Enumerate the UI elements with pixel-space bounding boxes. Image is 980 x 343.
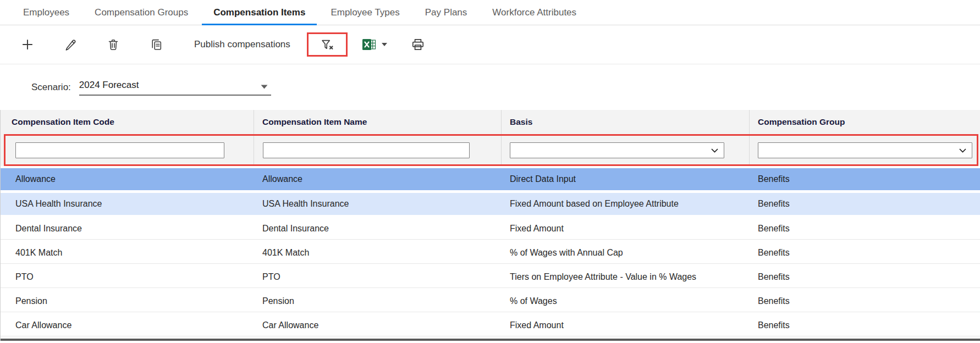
cell-compensation-group: Benefits [750, 248, 980, 258]
scenario-label: Scenario: [31, 82, 71, 93]
tab-label: Workforce Attributes [492, 7, 576, 18]
cell-item-code: USA Health Insurance [1, 199, 254, 209]
tab-employees[interactable]: Employees [23, 0, 69, 25]
table-body: Allowance Allowance Direct Data Input Be… [1, 166, 980, 336]
cell-compensation-group: Benefits [750, 296, 980, 306]
cell-basis: Fixed Amount [502, 224, 750, 234]
toolbar: Publish compensations [0, 25, 980, 64]
table-row[interactable]: Car Allowance Car Allowance Fixed Amount… [1, 314, 980, 336]
scenario-dropdown[interactable]: 2024 Forecast [79, 79, 271, 96]
group-filter-select[interactable] [758, 142, 972, 158]
annotation-box-clear-filter [307, 32, 348, 57]
filter-cell-item-name [254, 134, 502, 166]
cell-item-name: Allowance [254, 174, 502, 184]
cell-item-name: Dental Insurance [254, 224, 502, 234]
clear-filter-button[interactable] [318, 35, 337, 54]
chevron-down-icon [959, 148, 966, 153]
compensation-items-grid: Compensation Item Code Compensation Item… [0, 110, 980, 341]
cell-item-code: 401K Match [1, 248, 254, 258]
cell-item-name: PTO [254, 272, 502, 282]
filter-cell-item-code [1, 134, 254, 166]
cell-item-name: USA Health Insurance [254, 199, 502, 209]
publish-compensations-button[interactable]: Publish compensations [194, 39, 290, 50]
tab-compensation-groups[interactable]: Compensation Groups [95, 0, 188, 25]
table-row[interactable]: 401K Match 401K Match % of Wages with An… [1, 242, 980, 264]
bottom-dark-divider [1, 339, 980, 341]
print-button[interactable] [407, 34, 429, 56]
cell-basis: % of Wages with Annual Cap [502, 248, 750, 258]
column-header-item-name[interactable]: Compensation Item Name [254, 110, 502, 134]
column-header-item-code[interactable]: Compensation Item Code [1, 110, 254, 134]
basis-filter-select[interactable] [510, 142, 724, 158]
chevron-down-icon [382, 43, 387, 46]
printer-icon [411, 37, 425, 52]
trash-icon [107, 38, 120, 51]
add-button[interactable] [16, 34, 38, 56]
grid-header-row: Compensation Item Code Compensation Item… [1, 110, 980, 134]
cell-item-name: 401K Match [254, 248, 502, 258]
dropdown-caret-icon [261, 85, 268, 89]
scenario-selected-value: 2024 Forecast [79, 80, 139, 91]
cell-basis: % of Wages [502, 296, 750, 306]
cell-item-code: Car Allowance [1, 320, 254, 330]
table-row[interactable]: Dental Insurance Dental Insurance Fixed … [1, 218, 980, 240]
cell-basis: Fixed Amount [502, 320, 750, 330]
cell-item-code: PTO [1, 272, 254, 282]
tab-label: Compensation Groups [95, 7, 188, 18]
tab-label: Pay Plans [425, 7, 467, 18]
cell-item-name: Pension [254, 296, 502, 306]
tab-workforce-attributes[interactable]: Workforce Attributes [492, 0, 576, 25]
item-name-filter-input[interactable] [263, 142, 470, 158]
tab-compensation-items[interactable]: Compensation Items [213, 0, 305, 25]
tab-label: Employees [23, 7, 69, 18]
table-row[interactable]: PTO PTO Tiers on Employee Attribute - Va… [1, 266, 980, 288]
table-row[interactable]: USA Health Insurance USA Health Insuranc… [1, 193, 980, 215]
cell-compensation-group: Benefits [750, 272, 980, 282]
grid-filter-row [1, 134, 980, 166]
export-excel-button[interactable] [362, 38, 387, 51]
cell-compensation-group: Benefits [750, 174, 980, 184]
item-code-filter-input[interactable] [15, 142, 224, 158]
column-header-compensation-group[interactable]: Compensation Group [750, 110, 980, 134]
cell-item-code: Pension [1, 296, 254, 306]
filter-clear-icon [320, 38, 334, 52]
plus-icon [20, 37, 35, 52]
table-row[interactable]: Pension Pension % of Wages Benefits [1, 290, 980, 312]
tab-label: Employee Types [331, 7, 399, 18]
tab-label: Compensation Items [213, 7, 305, 18]
cell-basis: Direct Data Input [502, 174, 750, 184]
cell-basis: Fixed Amount based on Employee Attribute [502, 199, 750, 209]
copy-icon [150, 38, 163, 52]
cell-compensation-group: Benefits [750, 199, 980, 209]
cell-compensation-group: Benefits [750, 224, 980, 234]
filter-cell-compensation-group [750, 134, 980, 166]
cell-basis: Tiers on Employee Attribute - Value in %… [502, 272, 750, 282]
column-header-basis[interactable]: Basis [502, 110, 750, 134]
cell-item-name: Car Allowance [254, 320, 502, 330]
excel-icon [362, 38, 377, 51]
copy-button[interactable] [145, 34, 167, 56]
cell-item-code: Allowance [1, 174, 254, 184]
edit-button[interactable] [59, 34, 81, 56]
app-root: Employees Compensation Groups Compensati… [0, 0, 980, 343]
table-row[interactable]: Allowance Allowance Direct Data Input Be… [1, 168, 980, 190]
delete-button[interactable] [102, 34, 124, 56]
tab-bar: Employees Compensation Groups Compensati… [0, 0, 980, 25]
tab-pay-plans[interactable]: Pay Plans [425, 0, 467, 25]
tab-employee-types[interactable]: Employee Types [331, 0, 399, 25]
chevron-down-icon [711, 148, 718, 153]
cell-compensation-group: Benefits [750, 320, 980, 330]
scenario-section: Scenario: 2024 Forecast [0, 64, 980, 110]
filter-cell-basis [502, 134, 750, 166]
cell-item-code: Dental Insurance [1, 224, 254, 234]
pencil-icon [64, 38, 78, 52]
